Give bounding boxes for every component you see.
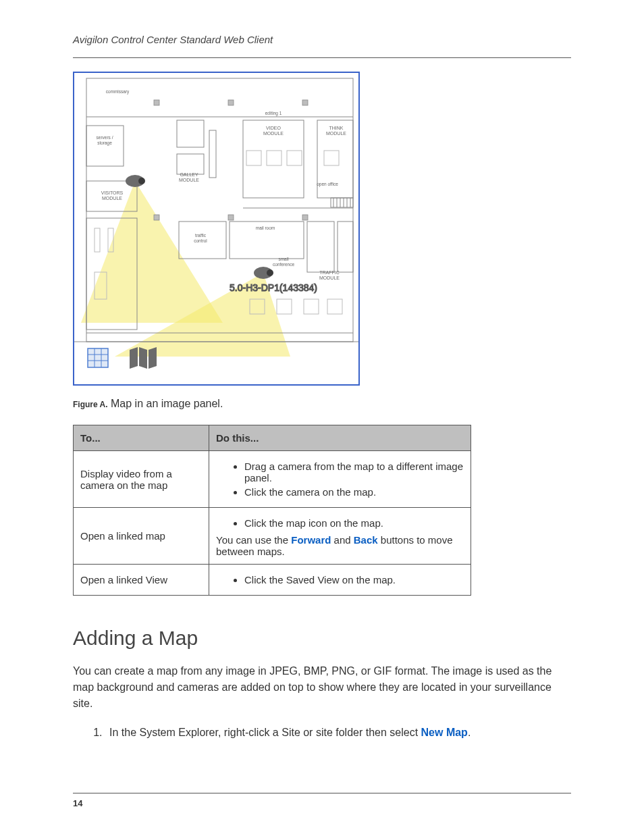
svg-rect-22 (267, 151, 281, 165)
action-cell: Click the map icon on the map. You can u… (209, 508, 471, 565)
procedure-step: In the System Explorer, right-click a Si… (105, 724, 571, 741)
keyword-forward: Forward (291, 534, 331, 546)
table-row: Display video from a camera on the map D… (74, 451, 471, 508)
svg-text:MODULE: MODULE (263, 131, 284, 136)
label-think-module: THINK (329, 126, 344, 130)
header-rule (73, 57, 571, 58)
svg-marker-0 (81, 181, 223, 323)
action-item: Click the camera on the map. (244, 486, 464, 498)
action-cell: Drag a camera from the map to a differen… (209, 451, 471, 508)
step-text: . (468, 727, 471, 738)
footer-rule (73, 793, 571, 793)
label-visitors-module: VISITORS (101, 190, 124, 195)
svg-rect-32 (154, 215, 159, 220)
svg-rect-26 (277, 299, 292, 314)
col-header-do-this: Do this... (209, 425, 471, 451)
label-editing1: editing 1 (265, 111, 282, 116)
camera-icon (126, 175, 145, 187)
svg-text:MODULE: MODULE (319, 276, 340, 280)
svg-rect-30 (228, 100, 234, 105)
svg-rect-21 (246, 151, 261, 165)
col-header-to: To... (74, 425, 209, 451)
task-cell: Open a linked map (74, 508, 209, 565)
map-fold-icon (130, 347, 157, 369)
section-intro-paragraph: You can create a map from any image in J… (73, 663, 566, 712)
section-heading-adding-map: Adding a Map (73, 627, 571, 650)
svg-rect-4 (86, 126, 124, 166)
svg-rect-48 (88, 348, 108, 367)
label-commissary: commissary (106, 89, 130, 95)
label-gallery-module: GALLEY (180, 172, 198, 177)
svg-rect-34 (302, 215, 308, 220)
svg-rect-28 (327, 299, 342, 314)
svg-rect-33 (228, 215, 234, 220)
grid-icon (88, 348, 108, 367)
table-header-row: To... Do this... (74, 425, 471, 451)
camera-icon (254, 267, 273, 279)
task-cell: Display video from a camera on the map (74, 451, 209, 508)
label-traffic-module: TRAFFIC (319, 270, 340, 275)
device-label: 5.0-H3-DP1(143384) (230, 282, 317, 293)
figure-label: Figure A. (73, 400, 108, 409)
svg-rect-23 (287, 151, 302, 165)
map-figure: commissary servers / storage GALLEY MODU… (73, 72, 360, 386)
keyword-back: Back (354, 534, 378, 546)
svg-text:control: control (194, 238, 207, 243)
svg-rect-24 (324, 151, 339, 165)
action-cell: Click the Saved View on the map. (209, 565, 471, 596)
svg-point-36 (138, 178, 145, 184)
table-row: Open a linked map Click the map icon on … (74, 508, 471, 565)
figure-caption: Figure A. Map in an image panel. (73, 398, 571, 410)
figure-caption-text: Map in an image panel. (111, 398, 223, 409)
svg-rect-53 (331, 198, 353, 207)
document-page: Avigilon Control Center Standard Web Cli… (0, 0, 644, 834)
label-small-conference: small (278, 257, 289, 261)
para-text: and (331, 534, 353, 546)
label-servers-storage: servers / (97, 135, 113, 140)
keyword-new-map: New Map (421, 727, 468, 738)
table-row: Open a linked View Click the Saved View … (74, 565, 471, 596)
action-item: Drag a camera from the map to a differen… (244, 461, 464, 484)
svg-point-38 (267, 269, 273, 276)
svg-text:MODULE: MODULE (326, 131, 346, 136)
step-text: In the System Explorer, right-click a Si… (109, 727, 421, 738)
svg-rect-9 (209, 130, 216, 178)
action-item: Click the Saved View on the map. (244, 574, 464, 585)
svg-rect-31 (302, 100, 308, 105)
tasks-table: To... Do this... Display video from a ca… (73, 425, 471, 596)
label-open-office: open office (317, 182, 338, 187)
svg-rect-7 (177, 120, 204, 147)
label-traffic-control: traffic (195, 233, 207, 238)
procedure-list: In the System Explorer, right-click a Si… (93, 724, 571, 741)
svg-rect-16 (338, 221, 353, 272)
page-number: 14 (73, 798, 82, 808)
para-text: You can use the (216, 534, 291, 546)
svg-rect-27 (304, 299, 319, 314)
svg-rect-15 (307, 221, 334, 272)
label-video-module: VIDEO (266, 126, 281, 130)
svg-rect-18 (95, 228, 100, 252)
svg-text:conference: conference (273, 262, 295, 267)
running-header: Avigilon Control Center Standard Web Cli… (73, 34, 571, 51)
svg-text:MODULE: MODULE (102, 196, 122, 201)
action-item: Click the map icon on the map. (244, 517, 464, 529)
svg-rect-29 (154, 100, 159, 105)
svg-rect-8 (177, 154, 204, 174)
label-mail-room: mail room (256, 226, 275, 230)
floor-plan-svg: commissary servers / storage GALLEY MODU… (74, 73, 358, 384)
task-cell: Open a linked View (74, 565, 209, 596)
svg-text:storage: storage (97, 140, 112, 146)
svg-text:MODULE: MODULE (179, 178, 199, 182)
